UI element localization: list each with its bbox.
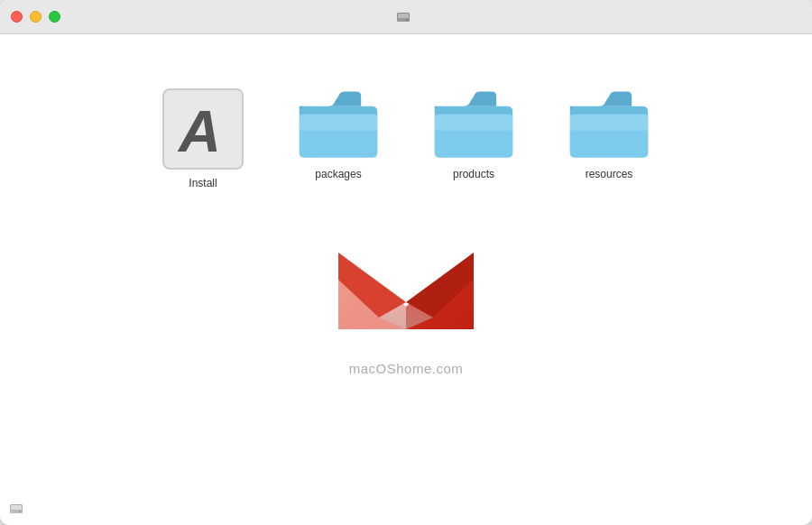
icons-row: A Install packages (162, 88, 650, 189)
svg-rect-7 (300, 115, 377, 131)
gmail-logo-svg (325, 235, 487, 352)
titlebar (0, 0, 812, 34)
drive-icon (396, 10, 411, 24)
content-area: A Install packages (0, 34, 812, 525)
resources-folder-icon (568, 88, 650, 161)
adobe-install-icon: A (162, 88, 244, 170)
minimize-button[interactable] (30, 11, 42, 23)
titlebar-center (396, 10, 416, 24)
bottom-drive-icon (9, 502, 23, 516)
products-label: products (453, 168, 494, 180)
branding-text: macOShome.com (349, 361, 464, 376)
products-icon-item[interactable]: products (433, 88, 514, 180)
statusbar-icon (9, 502, 23, 520)
resources-label: resources (586, 168, 633, 180)
install-label: Install (189, 177, 217, 189)
svg-rect-13 (570, 115, 648, 131)
packages-label: packages (315, 168, 361, 180)
svg-point-3 (406, 19, 408, 21)
svg-point-17 (19, 511, 21, 512)
packages-icon-item[interactable]: packages (298, 88, 379, 180)
packages-folder-icon (298, 88, 379, 161)
install-icon-item[interactable]: A Install (162, 88, 244, 189)
branding-section: macOShome.com (325, 235, 487, 376)
svg-rect-10 (435, 115, 512, 131)
finder-window: A Install packages (0, 0, 812, 525)
products-folder-icon (433, 88, 514, 161)
adobe-logo-svg: A (171, 97, 235, 161)
close-button[interactable] (11, 11, 23, 23)
maximize-button[interactable] (49, 11, 60, 23)
resources-icon-item[interactable]: resources (568, 88, 650, 180)
svg-text:A: A (177, 98, 221, 161)
